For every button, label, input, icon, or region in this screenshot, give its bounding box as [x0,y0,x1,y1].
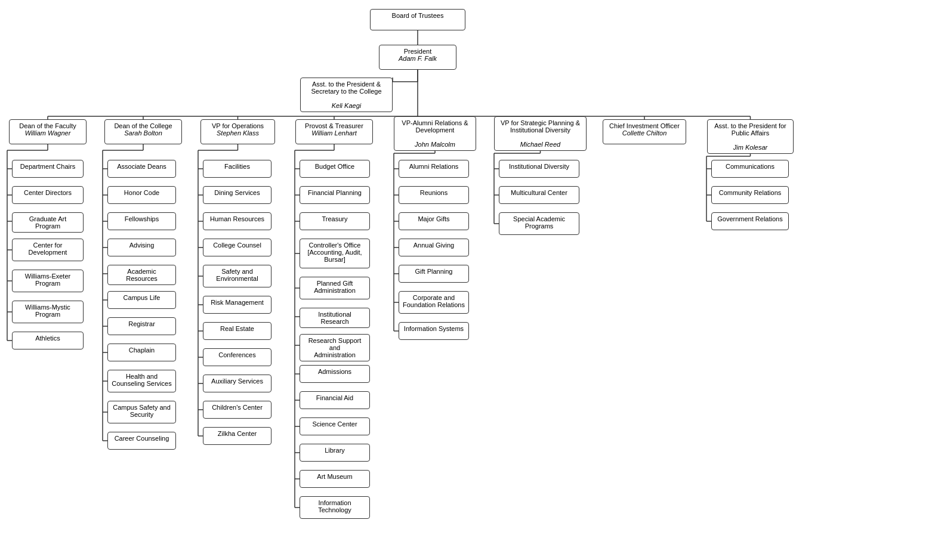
node-williams_exeter: Williams-Exeter Program [12,270,84,292]
node-center_dev: Center for Development [12,239,84,261]
node-govt_relations: Government Relations [711,212,789,230]
node-childrens: Children's Center [203,401,271,419]
node-real_estate: Real Estate [203,322,271,340]
node-asst_pres: Asst. to the President & Secretary to th… [300,78,393,112]
node-college_counsel: College Counsel [203,239,271,256]
node-auxiliary: Auxiliary Services [203,375,271,392]
node-controllers: Controller's Office [Accounting, Audit, … [300,239,370,268]
node-advising: Advising [107,239,176,256]
node-risk_mgmt: Risk Management [203,296,271,314]
node-vp_alumni: VP-Alumni Relations & DevelopmentJohn Ma… [394,116,476,151]
node-financial_aid: Financial Aid [300,391,370,409]
node-community_relations: Community Relations [711,186,789,204]
node-chaplain: Chaplain [107,344,176,361]
node-safety_env: Safety and Environmental [203,265,271,287]
node-treasury: Treasury [300,212,370,230]
node-vp_operations: VP for OperationsStephen Klass [200,119,275,144]
node-assoc_deans: Associate Deans [107,160,176,178]
node-research_support: Research Support and Administration [300,334,370,361]
node-art_museum: Art Museum [300,470,370,488]
node-athletics: Athletics [12,332,84,349]
node-budget_office: Budget Office [300,160,370,178]
node-campus_life: Campus Life [107,291,176,309]
node-dept_chairs: Department Chairs [12,160,84,178]
node-vp_strategic: VP for Strategic Planning & Institutiona… [494,116,587,151]
node-zilkha: Zilkha Center [203,427,271,445]
org-chart: Board of TrusteesPresidentAdam F. FalkAs… [0,0,935,560]
node-admissions: Admissions [300,365,370,383]
node-multicultural: Multicultural Center [499,186,579,204]
node-science_center: Science Center [300,417,370,435]
node-library: Library [300,444,370,462]
node-communications: Communications [711,160,789,178]
node-dining: Dining Services [203,186,271,204]
node-dean_faculty: Dean of the FacultyWilliam Wagner [9,119,87,144]
node-major_gifts: Major Gifts [399,212,469,230]
node-honor_code: Honor Code [107,186,176,204]
node-human_resources: Human Resources [203,212,271,230]
node-asst_public: Asst. to the President for Public Affair… [707,119,794,154]
node-registrar: Registrar [107,317,176,335]
node-health_counseling: Health and Counseling Services [107,370,176,392]
node-annual_giving: Annual Giving [399,239,469,256]
node-info_tech: Information Technology [300,496,370,519]
node-alumni_relations: Alumni Relations [399,160,469,178]
node-info_systems: Information Systems [399,322,469,340]
node-provost: Provost & TreasurerWilliam Lenhart [295,119,373,144]
node-planned_gift: Planned Gift Administration [300,277,370,299]
node-campus_safety: Campus Safety and Security [107,401,176,423]
node-williams_mystic: Williams-Mystic Program [12,301,84,323]
node-institutional_research: Institutional Research [300,308,370,328]
node-center_directors: Center Directors [12,186,84,204]
node-grad_art: Graduate Art Program [12,212,84,233]
node-fellowships: Fellowships [107,212,176,230]
node-cio: Chief Investment OfficerCollette Chilton [603,119,686,144]
node-corp_foundation: Corporate and Foundation Relations [399,291,469,314]
node-reunions: Reunions [399,186,469,204]
node-facilities: Facilities [203,160,271,178]
node-financial_planning: Financial Planning [300,186,370,204]
node-dean_college: Dean of the CollegeSarah Bolton [104,119,182,144]
node-special_academic: Special Academic Programs [499,212,579,235]
node-gift_planning: Gift Planning [399,265,469,283]
node-academic_resources: Academic Resources [107,265,176,285]
node-board: Board of Trustees [370,9,465,30]
node-president: PresidentAdam F. Falk [379,45,456,70]
node-conferences: Conferences [203,348,271,366]
node-inst_diversity: Institutional Diversity [499,160,579,178]
node-career_counseling: Career Counseling [107,432,176,450]
